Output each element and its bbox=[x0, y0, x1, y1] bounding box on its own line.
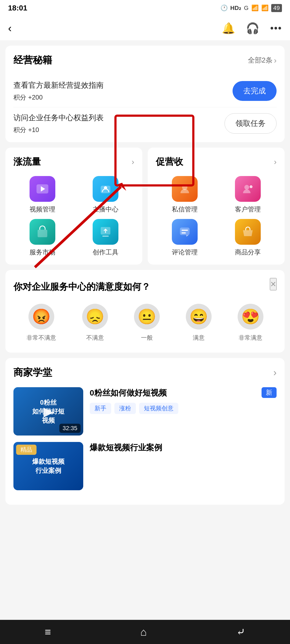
video-info-1: 0粉丝如何做好短视频 新 新手 涨粉 短视频创意 bbox=[90, 387, 277, 414]
survey-option-3[interactable]: 😐 一般 bbox=[134, 304, 160, 342]
emoji-neutral: 😐 bbox=[134, 304, 160, 330]
zang-liuliang-more-icon[interactable]: › bbox=[132, 157, 134, 166]
task-points-2: 积分 +10 bbox=[13, 126, 104, 134]
creation-tools-label: 创作工具 bbox=[93, 248, 118, 257]
emoji-label-4: 满意 bbox=[193, 334, 205, 342]
video-item-2[interactable]: 精品 爆款短视频行业案例 爆款短视频行业案例 bbox=[13, 442, 277, 490]
network-g-icon: G bbox=[244, 5, 248, 12]
zang-liuliang-title: 涨流量 bbox=[13, 156, 41, 168]
notification-icon[interactable]: 🔔 bbox=[222, 22, 235, 35]
cu-yingshou-more-icon[interactable]: › bbox=[274, 157, 277, 166]
jingying-more[interactable]: 全部2条 bbox=[248, 56, 277, 65]
product-share-label: 商品分享 bbox=[235, 248, 261, 257]
cu-yingshou-header: 促营收 › bbox=[156, 156, 277, 168]
video-info-2: 爆款短视频行业案例 bbox=[90, 442, 277, 453]
tag-short-video: 短视频创意 bbox=[139, 403, 178, 414]
video-management-label: 视频管理 bbox=[30, 205, 55, 214]
survey-title: 你对企业服务中心的满意度如何？ bbox=[13, 281, 277, 293]
nav-bar: ≡ ⌂ ⤶ bbox=[0, 620, 290, 644]
survey-close-button[interactable]: × bbox=[270, 278, 277, 290]
school-more-icon[interactable]: › bbox=[273, 367, 277, 378]
back-nav-icon: ⤶ bbox=[236, 626, 245, 638]
emoji-label-2: 不满意 bbox=[86, 334, 104, 342]
emoji-very-happy: 😍 bbox=[238, 304, 263, 330]
task-info-2: 访问企业任务中心权益列表 积分 +10 bbox=[13, 113, 104, 134]
product-share-icon bbox=[235, 219, 261, 245]
video-title-row-1: 0粉丝如何做好短视频 新 bbox=[90, 387, 277, 398]
customer-management-item[interactable]: 客户管理 bbox=[219, 176, 277, 214]
survey-option-5[interactable]: 😍 非常满意 bbox=[238, 304, 263, 342]
zang-liuliang-header: 涨流量 › bbox=[13, 156, 134, 168]
back-button[interactable]: ‹ bbox=[8, 22, 12, 34]
school-card: 商家学堂 › 0粉丝如何做好短视频 ▶ 32:35 0粉丝如何做好短视频 新 新… bbox=[5, 358, 285, 505]
task-item-1: 查看官方最新经营提效指南 积分 +200 去完成 bbox=[13, 75, 277, 107]
cu-yingshou-title: 促营收 bbox=[156, 156, 183, 168]
survey-option-2[interactable]: 😞 不满意 bbox=[82, 304, 108, 342]
video-item-1[interactable]: 0粉丝如何做好短视频 ▶ 32:35 0粉丝如何做好短视频 新 新手 涨粉 短视… bbox=[13, 387, 277, 436]
svg-point-9 bbox=[244, 185, 249, 190]
emoji-very-unhappy: 😡 bbox=[28, 304, 54, 330]
broadcaster-center-item[interactable]: 主播中心 bbox=[77, 176, 134, 214]
survey-option-4[interactable]: 😄 满意 bbox=[186, 304, 212, 342]
emoji-unhappy: 😞 bbox=[82, 304, 108, 330]
main-content: 经营秘籍 全部2条 查看官方最新经营提效指南 积分 +200 去完成 访问企业任… bbox=[0, 40, 290, 515]
video-management-item[interactable]: 视频管理 bbox=[13, 176, 71, 214]
task-name-1: 查看官方最新经营提效指南 bbox=[13, 80, 104, 90]
home-icon: ⌂ bbox=[140, 626, 147, 638]
video-management-icon bbox=[30, 176, 55, 202]
video-tags-1: 新手 涨粉 短视频创意 bbox=[90, 403, 277, 414]
customer-management-icon bbox=[235, 176, 261, 202]
comment-management-item[interactable]: 评论管理 bbox=[156, 219, 213, 257]
receive-button-1[interactable]: 领取任务 bbox=[224, 113, 277, 134]
school-title: 商家学堂 bbox=[13, 366, 52, 379]
service-market-item[interactable]: 服务市场 bbox=[13, 219, 71, 257]
complete-button-1[interactable]: 去完成 bbox=[233, 81, 277, 101]
video-thumb-2: 精品 爆款短视频行业案例 bbox=[13, 442, 83, 490]
jingying-card: 经营秘籍 全部2条 查看官方最新经营提效指南 积分 +200 去完成 访问企业任… bbox=[5, 46, 285, 142]
emoji-label-3: 一般 bbox=[141, 334, 153, 342]
video-title-row-2: 爆款短视频行业案例 bbox=[90, 442, 277, 453]
status-time: 18:01 bbox=[8, 4, 27, 12]
play-icon-1: ▶ bbox=[44, 404, 53, 419]
video-duration-1: 32:35 bbox=[59, 424, 81, 433]
private-message-item[interactable]: 私信管理 bbox=[156, 176, 213, 214]
product-share-item[interactable]: 商品分享 bbox=[219, 219, 277, 257]
jingying-title: 经营秘籍 bbox=[13, 54, 52, 67]
header: ‹ 🔔 🎧 ••• bbox=[0, 16, 290, 40]
headset-icon[interactable]: 🎧 bbox=[246, 22, 259, 35]
video-title-1: 0粉丝如何做好短视频 bbox=[90, 387, 258, 398]
status-icons: 🕐 HD₂ G 📶 📶 49 bbox=[220, 4, 282, 12]
header-right: 🔔 🎧 ••• bbox=[222, 22, 282, 35]
tag-newbie: 新手 bbox=[90, 403, 111, 414]
svg-line-11 bbox=[251, 186, 251, 186]
tag-grow: 涨粉 bbox=[114, 403, 136, 414]
svg-rect-4 bbox=[38, 230, 47, 237]
private-message-icon bbox=[172, 176, 198, 202]
service-market-label: 服务市场 bbox=[30, 248, 55, 257]
zang-liuliang-card: 涨流量 › 视频管理 bbox=[5, 148, 142, 265]
video-badge-1: 新 bbox=[262, 387, 277, 398]
comment-management-label: 评论管理 bbox=[172, 248, 198, 257]
signal-icon: 🕐 bbox=[220, 5, 228, 12]
svg-rect-6 bbox=[102, 236, 109, 237]
school-header: 商家学堂 › bbox=[13, 366, 277, 379]
emoji-row: 😡 非常不满意 😞 不满意 😐 一般 😄 满意 😍 非常满意 bbox=[13, 304, 277, 342]
nav-menu[interactable]: ≡ bbox=[28, 623, 67, 641]
task-item-2: 访问企业任务中心权益列表 积分 +10 领取任务 bbox=[13, 107, 277, 134]
header-left: ‹ bbox=[8, 22, 17, 34]
jingying-more-label: 全部2条 bbox=[248, 56, 273, 65]
emoji-happy: 😄 bbox=[186, 304, 212, 330]
comment-management-icon bbox=[172, 219, 198, 245]
task-points-1: 积分 +200 bbox=[13, 93, 104, 102]
emoji-label-5: 非常满意 bbox=[239, 334, 262, 342]
nav-back[interactable]: ⤶ bbox=[220, 623, 262, 641]
survey-option-1[interactable]: 😡 非常不满意 bbox=[27, 304, 56, 342]
creation-tools-item[interactable]: 创作工具 bbox=[77, 219, 134, 257]
emoji-label-1: 非常不满意 bbox=[27, 334, 56, 342]
premium-badge: 精品 bbox=[16, 445, 37, 455]
nav-home[interactable]: ⌂ bbox=[124, 623, 163, 641]
svg-rect-12 bbox=[180, 228, 190, 235]
survey-card: × 你对企业服务中心的满意度如何？ 😡 非常不满意 😞 不满意 😐 一般 😄 满… bbox=[5, 270, 285, 353]
chevron-right-icon bbox=[274, 56, 277, 65]
more-icon[interactable]: ••• bbox=[270, 23, 282, 34]
